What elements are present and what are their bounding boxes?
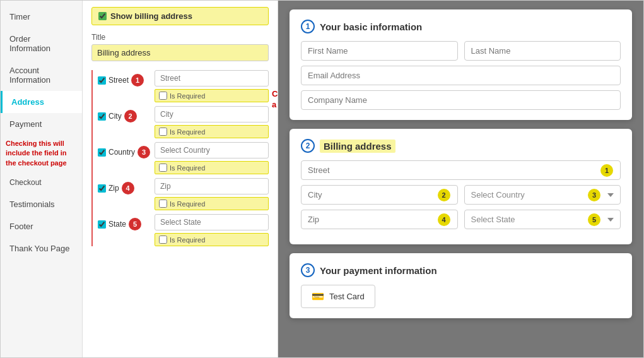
sidebar-item-footer[interactable]: Footer — [1, 215, 82, 237]
state-required-checkbox[interactable] — [159, 236, 167, 244]
show-billing-checkbox[interactable] — [98, 12, 107, 20]
zip-preview-badge: 4 — [438, 213, 450, 226]
field-group: Street 1 Is Required Ci — [91, 70, 269, 246]
section1-title: Your basic information — [320, 21, 422, 32]
config-panel: Show billing address Title Check to make… — [83, 1, 278, 357]
zip-input[interactable] — [155, 178, 269, 194]
field-row-state: State 5 Is Required — [98, 214, 269, 246]
sidebar-item-thank-you[interactable]: Thank You Page — [1, 237, 82, 260]
screenshot-container: Timer Order Information Account Informat… — [0, 0, 644, 358]
sidebar: Timer Order Information Account Informat… — [1, 1, 83, 357]
section1-header: 1 Your basic information — [301, 20, 621, 33]
state-input[interactable] — [155, 214, 269, 230]
country-required-row: Is Required — [155, 161, 269, 174]
street-checkbox[interactable] — [98, 76, 106, 85]
title-section: Title — [91, 33, 269, 61]
street-preview-input[interactable] — [301, 160, 621, 180]
state-badge: 5 — [129, 218, 141, 230]
city-required-checkbox[interactable] — [159, 128, 167, 136]
sidebar-item-account-information[interactable]: Account Information — [1, 59, 82, 91]
country-preview-badge: 3 — [588, 189, 600, 201]
city-preview-badge: 2 — [438, 189, 450, 201]
section3-number: 3 — [301, 263, 315, 277]
card-button-label: Test Card — [329, 292, 365, 301]
sidebar-annotation: Checking this will include the field in … — [1, 135, 82, 172]
street-input[interactable] — [155, 70, 269, 87]
sidebar-item-payment[interactable]: Payment — [1, 113, 82, 135]
country-checkbox[interactable] — [98, 148, 106, 157]
field-row-country: Country 3 Is Required — [98, 142, 269, 174]
city-checkbox[interactable] — [98, 112, 106, 121]
section2-header: 2 Billing address — [301, 139, 621, 153]
state-required-row: Is Required — [155, 233, 269, 246]
sidebar-item-testimonials[interactable]: Testimonials — [1, 193, 82, 215]
preview-section2: 2 Billing address 1 2 — [290, 129, 632, 244]
city-input[interactable] — [155, 106, 269, 122]
test-card-button[interactable]: 💳 Test Card — [301, 285, 375, 308]
section3-title: Your payment information — [320, 265, 437, 276]
show-billing-row: Show billing address — [91, 7, 269, 25]
preview-section3: 3 Your payment information 💳 Test Card — [290, 253, 632, 318]
field-row-street: Street 1 Is Required — [98, 70, 269, 102]
zip-required-row: Is Required — [155, 197, 269, 210]
country-required-checkbox[interactable] — [159, 164, 167, 172]
title-label: Title — [91, 33, 269, 42]
sidebar-item-order-information[interactable]: Order Information — [1, 28, 82, 59]
zip-state-row: 4 Select State 5 — [301, 210, 621, 229]
zip-preview-input[interactable] — [301, 210, 458, 229]
state-preview-badge: 5 — [588, 213, 600, 226]
field-row-city: City 2 Is Required — [98, 106, 269, 138]
section2-title: Billing address — [320, 140, 395, 153]
field-row-zip: Zip 4 Is Required — [98, 178, 269, 210]
country-badge: 3 — [138, 146, 150, 158]
street-badge: 1 — [131, 74, 144, 87]
zip-checkbox[interactable] — [98, 184, 106, 193]
city-country-row: 2 Select Country 3 — [301, 185, 621, 205]
annotation-right: Check to make it a mandatory field — [272, 89, 278, 110]
country-input[interactable] — [155, 142, 269, 158]
city-badge: 2 — [124, 110, 137, 122]
street-preview-row: 1 — [301, 160, 621, 180]
sidebar-item-checkout[interactable]: Checkout — [1, 172, 82, 193]
state-checkbox[interactable] — [98, 220, 106, 229]
sidebar-item-timer[interactable]: Timer — [1, 6, 82, 28]
section1-number: 1 — [301, 20, 315, 33]
sidebar-item-address[interactable]: Address — [1, 91, 82, 113]
preview-section1: 1 Your basic information — [290, 9, 632, 120]
section3-header: 3 Your payment information — [301, 263, 621, 277]
title-input[interactable] — [91, 44, 269, 61]
first-name-input[interactable] — [301, 41, 458, 61]
company-input[interactable] — [301, 90, 621, 110]
card-icon: 💳 — [312, 290, 324, 302]
zip-required-checkbox[interactable] — [159, 200, 167, 208]
city-preview-input[interactable] — [301, 185, 458, 205]
street-required-row: Is Required — [155, 89, 269, 102]
street-required-checkbox[interactable] — [159, 92, 167, 100]
last-name-input[interactable] — [464, 41, 621, 61]
name-row — [301, 41, 621, 61]
email-input[interactable] — [301, 66, 621, 85]
street-preview-badge: 1 — [600, 164, 613, 177]
city-required-row: Is Required — [155, 125, 269, 138]
show-billing-label: Show billing address — [110, 11, 192, 21]
zip-badge: 4 — [122, 182, 134, 194]
preview-panel: 1 Your basic information 2 Billing addre… — [278, 1, 643, 357]
section2-number: 2 — [301, 139, 315, 153]
